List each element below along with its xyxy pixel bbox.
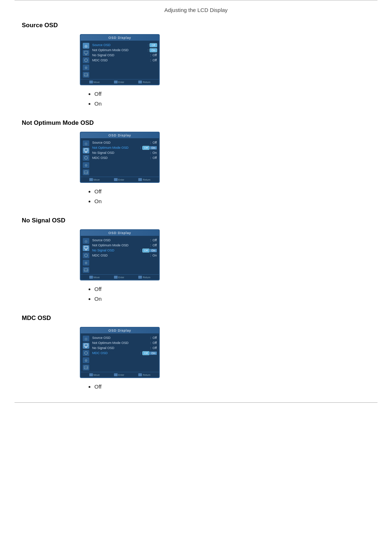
osd-colon: : <box>140 146 141 149</box>
osd-panel-wrap-no-signal-osd: OSD Display◎⚙Source OSD: OffNot Optimum … <box>80 229 370 280</box>
osd-row-label-3: MDC OSD <box>92 58 108 62</box>
osd-footer-enter: Enter <box>114 81 124 83</box>
section-title-source-osd: Source OSD <box>22 22 370 29</box>
svg-rect-18 <box>83 155 89 160</box>
section-no-signal-osd: No Signal OSDOSD Display◎⚙Source OSD: Of… <box>22 217 370 304</box>
footer-move-icon <box>89 276 93 279</box>
list-item: Off <box>94 382 370 391</box>
osd-icon-1 <box>83 245 89 251</box>
osd-row-label-1: Not Optimum Mode OSD <box>92 48 128 52</box>
osd-menu-row-0: Source OSD: Off <box>91 336 158 340</box>
footer-return-label: Return <box>143 81 150 83</box>
section-title-no-signal-osd: No Signal OSD <box>22 217 370 224</box>
osd-value-selected-0: Off <box>150 44 157 47</box>
osd-menu-row-3: MDC OSD: Off <box>91 58 158 62</box>
osd-icon-3: ⚙ <box>83 65 89 70</box>
osd-icon-3: ⚙ <box>83 260 89 266</box>
osd-value-text-0: Off <box>152 238 157 242</box>
svg-rect-10 <box>83 72 89 77</box>
osd-menu: Source OSD: OffNot Optimum Mode OSD: OnN… <box>91 43 158 78</box>
footer-move-label: Move <box>94 276 100 279</box>
osd-icon-4 <box>83 72 89 78</box>
footer-return-icon <box>138 178 142 181</box>
osd-value-text-1: Off <box>152 341 157 345</box>
osd-icon-column: ◎⚙ <box>82 140 90 175</box>
osd-icon-0: ◎ <box>83 140 89 146</box>
osd-colon: : <box>150 53 151 57</box>
osd-menu-row-0: Source OSD: Off <box>91 238 158 242</box>
osd-row-value-1: : Off <box>150 341 157 345</box>
footer-move-label: Move <box>94 374 100 376</box>
osd-panel-wrap-not-optimum-mode-osd: OSD Display◎⚙Source OSD: OffNot Optimum … <box>80 132 370 183</box>
osd-icon-4 <box>83 267 89 273</box>
osd-row-value-0: : Off <box>148 43 157 47</box>
osd-row-label-1: Not Optimum Mode OSD <box>92 341 128 345</box>
bullet-list-not-optimum-mode-osd: OffOn <box>87 186 370 206</box>
osd-value-text-2: On <box>152 151 157 155</box>
svg-text:⚙: ⚙ <box>85 261 87 265</box>
section-not-optimum-mode-osd: Not Optimum Mode OSDOSD Display◎⚙Source … <box>22 119 370 206</box>
osd-value-extra-1: On <box>150 146 157 149</box>
osd-row-label-0: Source OSD <box>92 141 111 144</box>
osd-icon-3: ⚙ <box>83 357 89 363</box>
osd-value-selected-2: Off <box>143 249 150 252</box>
osd-value-text-2: Off <box>152 346 157 350</box>
list-item: On <box>94 99 370 108</box>
section-source-osd: Source OSDOSD Display◎⚙Source OSD: OffNo… <box>22 22 370 108</box>
osd-value-selected-1: On <box>150 49 157 52</box>
section-title-not-optimum-mode-osd: Not Optimum Mode OSD <box>22 119 370 127</box>
osd-menu-row-0: Source OSD: Off <box>91 140 158 145</box>
osd-footer-move: Move <box>89 373 100 376</box>
osd-value-text-1: Off <box>152 243 157 247</box>
osd-value-text-0: Off <box>152 141 157 144</box>
osd-footer: MoveEnterReturn <box>81 372 159 377</box>
osd-row-value-2: : Off <box>150 53 157 57</box>
osd-row-value-1: : Off <box>150 243 157 247</box>
list-item: Off <box>94 186 370 196</box>
osd-colon: : <box>150 243 151 247</box>
osd-footer-return: Return <box>138 373 150 376</box>
osd-row-label-2: No Signal OSD <box>92 53 114 57</box>
osd-icon-2 <box>83 253 89 258</box>
osd-panel: OSD Display◎⚙Source OSD: OffNot Optimum … <box>80 34 160 85</box>
osd-row-label-1: Not Optimum Mode OSD <box>92 243 128 247</box>
osd-value-text-3: On <box>152 254 157 257</box>
osd-icon-4 <box>83 365 89 370</box>
osd-value-extra-3: On <box>150 352 157 355</box>
osd-row-value-2: : Off <box>150 346 157 350</box>
osd-row-label-3: MDC OSD <box>92 351 108 355</box>
svg-text:⚙: ⚙ <box>85 164 87 167</box>
osd-panel-wrap-source-osd: OSD Display◎⚙Source OSD: OffNot Optimum … <box>80 34 370 85</box>
footer-enter-label: Enter <box>118 81 124 83</box>
osd-title-bar: OSD Display <box>81 35 159 41</box>
osd-colon: : <box>150 341 151 345</box>
svg-text:⚙: ⚙ <box>85 359 87 362</box>
osd-colon: : <box>150 58 151 62</box>
list-item: Off <box>94 89 370 99</box>
osd-footer: MoveEnterReturn <box>81 274 159 280</box>
osd-menu: Source OSD: OffNot Optimum Mode OSD: Off… <box>91 336 158 370</box>
svg-text:⚙: ⚙ <box>85 66 87 70</box>
osd-row-label-0: Source OSD <box>92 238 111 242</box>
osd-menu-row-1: Not Optimum Mode OSD: On <box>91 48 158 52</box>
osd-colon: : <box>150 336 151 340</box>
osd-value-text-3: Off <box>152 156 157 160</box>
osd-row-value-3: : Off <box>150 58 157 62</box>
svg-rect-46 <box>83 365 89 370</box>
osd-menu-row-2: No Signal OSD: On <box>91 151 158 155</box>
osd-icon-column: ◎⚙ <box>82 43 90 78</box>
osd-menu-row-1: Not Optimum Mode OSD: Off <box>91 341 158 345</box>
osd-colon: : <box>148 43 149 47</box>
page-title: Adjusting the LCD Display <box>15 7 377 13</box>
osd-value-text-3: Off <box>152 58 157 62</box>
osd-colon: : <box>150 151 151 155</box>
footer-move-label: Move <box>94 81 100 83</box>
list-item: Off <box>94 284 370 294</box>
osd-value-extra-2: On <box>150 249 157 252</box>
osd-icon-1 <box>83 148 89 153</box>
bullet-list-no-signal-osd: OffOn <box>87 284 370 304</box>
svg-text:◎: ◎ <box>85 142 87 145</box>
osd-menu-row-2: No Signal OSD: OffOn <box>91 248 158 253</box>
footer-move-icon <box>89 178 93 181</box>
osd-row-value-2: : OffOn <box>140 249 157 252</box>
